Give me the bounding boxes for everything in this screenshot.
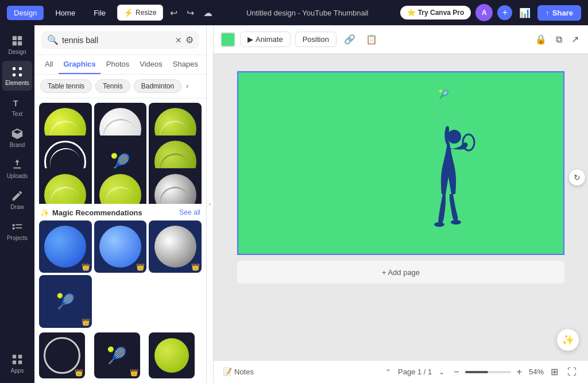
sidebar-item-text-label: Text [12, 111, 22, 117]
nav-tab-file[interactable]: File [87, 6, 113, 20]
sidebar-item-elements[interactable]: Elements [2, 61, 32, 91]
see-all-button[interactable]: See all [179, 208, 200, 216]
magic-item-2[interactable]: 👑 [94, 220, 147, 273]
tab-videos[interactable]: Videos [135, 55, 167, 74]
position-button[interactable]: Position [295, 32, 336, 47]
sidebar-item-projects[interactable]: Projects [2, 216, 32, 246]
clear-search-button[interactable]: ✕ [175, 36, 182, 45]
zoom-track[interactable] [465, 371, 511, 373]
hide-panel-button[interactable]: ‹ [207, 25, 214, 383]
share-button[interactable]: ↑ Share [537, 5, 581, 21]
more-item-1[interactable]: 👑 [39, 332, 85, 378]
cloud-save-button[interactable]: ☁ [201, 5, 215, 21]
sidebar-icons: Design Elements T Text Brand Uploads Dra… [0, 25, 34, 383]
notes-icon: 📝 [223, 367, 232, 376]
nav-tab-design[interactable]: Design [7, 6, 44, 20]
resize-button[interactable]: ⚡ Resize [117, 5, 163, 21]
page-indicator: Page 1 / 1 [398, 367, 432, 376]
canvas-frame[interactable]: 🎾 [237, 71, 564, 255]
search-input[interactable] [62, 36, 172, 45]
duplicate-button[interactable]: ⧉ [554, 32, 564, 47]
svg-text:T: T [13, 99, 18, 108]
sidebar-item-brand[interactable]: Brand [2, 123, 32, 153]
link-icon-button[interactable]: 🔗 [341, 31, 358, 48]
tab-graphics[interactable]: Graphics [59, 55, 100, 74]
graphics-grid: 👑 👑 👑 👑 🎾 [34, 98, 206, 204]
tennis-player-element[interactable] [414, 119, 483, 237]
svg-point-15 [434, 222, 444, 227]
svg-point-14 [463, 134, 474, 150]
sidebar-item-elements-label: Elements [5, 80, 29, 86]
animate-icon: ▶ [247, 35, 253, 44]
sidebar-item-draw-label: Draw [10, 204, 24, 210]
svg-point-4 [13, 67, 16, 71]
magic-item-3[interactable]: 👑 [149, 220, 202, 273]
sidebar-item-draw[interactable]: Draw [2, 185, 32, 215]
search-input-wrap: 🔍 ✕ ⚙ [41, 31, 199, 49]
panel-tabs: All Graphics Photos Videos Shapes › [34, 55, 206, 75]
graphic-item-9[interactable]: 👑 [149, 168, 202, 203]
share-element-button[interactable]: ↗ [569, 32, 581, 47]
stats-button[interactable]: 📊 [517, 5, 533, 21]
undo-button[interactable]: ↩ [168, 5, 180, 21]
graphic-item-8[interactable]: 👑 [94, 168, 147, 203]
zoom-fill [465, 371, 488, 373]
chip-table-tennis[interactable]: Table tennis [40, 79, 92, 93]
svg-point-6 [13, 73, 16, 77]
sidebar-item-apps-label: Apps [11, 367, 24, 374]
grid-view-button[interactable]: ⊞ [548, 364, 560, 380]
more-item-3[interactable] [149, 332, 195, 378]
tab-photos[interactable]: Photos [102, 55, 134, 74]
magic-label: ✨ Magic Recommendations [40, 208, 142, 217]
magic-item-4[interactable]: 🎾 👑 [39, 275, 92, 328]
svg-point-13 [447, 130, 461, 144]
chip-badminton[interactable]: Badminton [134, 79, 181, 93]
add-page-button[interactable]: + Add page [237, 261, 564, 284]
notes-button[interactable]: 📝 Notes [223, 367, 254, 376]
redo-button[interactable]: ↪ [184, 5, 196, 21]
sidebar-item-text[interactable]: T Text [2, 92, 32, 122]
animate-button[interactable]: ▶ Animate [240, 32, 291, 47]
try-pro-button[interactable]: ⭐ Try Canva Pro [400, 6, 471, 20]
lock-button[interactable]: 🔒 [533, 32, 549, 47]
sidebar-item-brand-label: Brand [10, 142, 25, 148]
nav-tab-home[interactable]: Home [48, 6, 82, 20]
copy-style-button[interactable]: 📋 [363, 31, 380, 48]
svg-rect-10 [18, 355, 22, 358]
sidebar-item-uploads[interactable]: Uploads [2, 154, 32, 184]
sidebar-item-projects-label: Projects [7, 235, 28, 241]
chip-tennis[interactable]: Tennis [95, 79, 130, 93]
search-bar: 🔍 ✕ ⚙ [34, 25, 206, 55]
color-swatch[interactable] [220, 32, 235, 47]
tab-all[interactable]: All [40, 55, 57, 74]
magic-crown-1: 👑 [82, 263, 90, 271]
canvas-refresh-handle[interactable]: ↻ [569, 169, 585, 185]
magic-item-1[interactable]: 👑 [39, 220, 92, 273]
tennis-ball-element[interactable]: 🎾 [439, 90, 448, 99]
tab-shapes[interactable]: Shapes [168, 55, 203, 74]
svg-rect-11 [13, 361, 16, 364]
svg-rect-1 [18, 36, 22, 40]
main-area: Design Elements T Text Brand Uploads Dra… [0, 25, 588, 383]
zoom-out-button[interactable]: − [451, 365, 461, 380]
sidebar-item-design[interactable]: Design [2, 30, 32, 60]
top-nav: Design Home File ⚡ Resize ↩ ↪ ☁ Untitled… [0, 0, 588, 25]
fullscreen-button[interactable]: ⛶ [565, 365, 579, 380]
chevron-up-button[interactable]: ⌃ [383, 366, 393, 378]
chevron-down-button[interactable]: ⌄ [436, 366, 447, 378]
search-icon: 🔍 [47, 34, 59, 45]
zoom-in-button[interactable]: + [514, 365, 524, 380]
canvas-container[interactable]: 🎾 [214, 54, 588, 360]
chips-arrow-button[interactable]: › [186, 82, 188, 90]
canvas-wrapper: 🎾 [237, 71, 564, 284]
svg-rect-9 [13, 355, 16, 358]
avatar[interactable]: A [475, 4, 493, 21]
more-item-2[interactable]: 🎾 👑 [94, 332, 140, 378]
graphic-item-7[interactable]: 👑 [39, 168, 92, 203]
more-graphics-grid: 👑 🎾 👑 [34, 332, 206, 383]
filter-button[interactable]: ⚙ [185, 34, 194, 45]
sidebar-item-design-label: Design [8, 49, 26, 55]
add-collaborator-button[interactable]: + [497, 5, 512, 20]
sidebar-item-apps[interactable]: Apps [2, 349, 32, 378]
magic-float-button[interactable]: ✨ [557, 329, 579, 351]
